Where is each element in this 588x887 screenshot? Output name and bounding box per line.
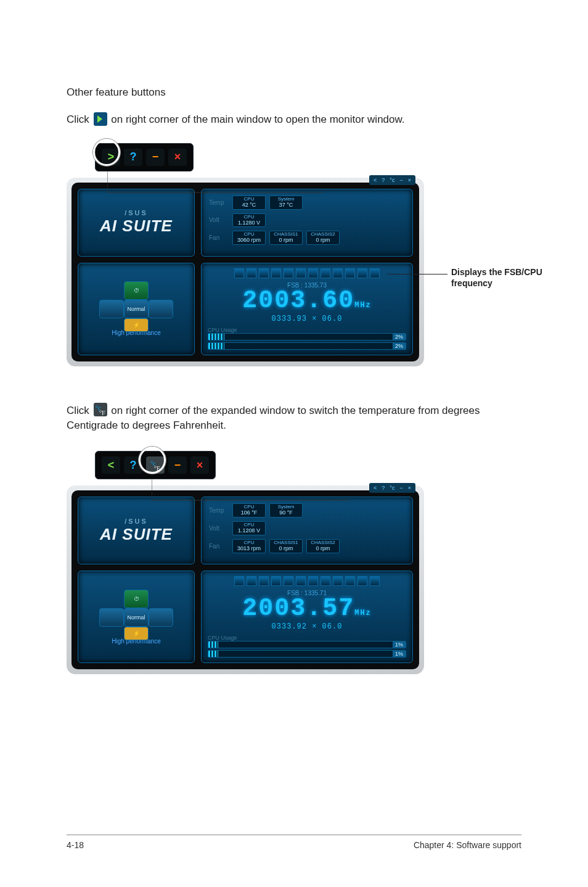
figure-2: < ? − × < ? °c − × /SUS AI SUITE Temp — [67, 451, 521, 674]
frequency-tile: FSB : 1335.71 2003.57MHz 0333.92 × 06.0 … — [201, 571, 413, 663]
led-strip — [208, 268, 406, 278]
mode-right[interactable] — [149, 608, 173, 627]
multiplier-text: 0333.92 × 06.0 — [208, 622, 406, 631]
instruction-1-post: on right corner of the main window to op… — [111, 113, 404, 125]
cpu-frequency: 2003.60MHz — [208, 289, 406, 313]
mode-tile: ⏱ Normal ⚡ High performance — [78, 263, 195, 355]
mode-right[interactable] — [149, 300, 173, 318]
ai-suite-panel-2: < ? °c − × /SUS AI SUITE Temp CPU106 °F … — [67, 485, 424, 674]
mode-center[interactable]: Normal — [124, 300, 149, 318]
panel-unit-icon[interactable]: °c — [388, 176, 396, 184]
minimize-button[interactable]: − — [146, 149, 165, 166]
panel-help-icon[interactable]: ? — [380, 176, 386, 184]
help-button[interactable]: ? — [124, 149, 142, 166]
panel-close-icon[interactable]: × — [406, 484, 413, 492]
minimize-button[interactable]: − — [168, 456, 187, 474]
panel-min-icon[interactable]: − — [398, 176, 404, 184]
instruction-1: Click on right corner of the main window… — [67, 112, 521, 127]
fan-row-label: Fan — [209, 543, 229, 550]
cpu-usage-bar: 2% — [208, 333, 406, 340]
panel-close-icon[interactable]: × — [406, 176, 413, 184]
sensor-chip: CPU3060 rpm — [232, 231, 266, 245]
ai-suite-panel-1: < ? °c − × /SUS AI SUITE Temp CPU42 °C S… — [67, 178, 424, 366]
mode-left[interactable] — [99, 608, 124, 627]
volt-row-label: Volt — [209, 525, 229, 532]
callout-line-right — [387, 274, 447, 274]
sensor-chip: CPU1.1208 V — [232, 521, 266, 535]
product-name: AI SUITE — [100, 525, 173, 544]
sensor-chip: CHASSIS20 rpm — [306, 539, 340, 553]
page-number: 4-18 — [67, 840, 84, 850]
mode-top[interactable]: ⏱ — [124, 281, 149, 300]
volt-row-label: Volt — [209, 217, 229, 223]
product-name: AI SUITE — [100, 217, 173, 236]
sensor-chip: CHASSIS10 rpm — [269, 231, 303, 245]
instruction-2-pre: Click — [67, 405, 92, 416]
sensor-chip: CPU1.1280 V — [232, 213, 266, 228]
floating-toolbar-1: > ? − × — [95, 143, 194, 171]
cpu-usage-label: CPU Usage — [208, 327, 406, 333]
cpu-usage-bar: 2% — [208, 342, 406, 350]
brand-text: /SUS — [125, 209, 148, 217]
led-strip — [208, 576, 406, 586]
close-button[interactable]: × — [190, 456, 209, 474]
callout-circle — [93, 139, 120, 166]
mode-bottom[interactable]: ⚡ — [124, 318, 149, 332]
sensor-chip: CPU3013 rpm — [232, 539, 266, 553]
figure-1: > ? − × < ? °c − × /SUS AI SUITE Temp CP… — [67, 143, 521, 366]
mode-left[interactable] — [99, 300, 124, 318]
panel-min-icon[interactable]: − — [398, 484, 404, 492]
sensor-chip: CHASSIS20 rpm — [306, 231, 340, 245]
callout-connector — [107, 168, 354, 205]
section-heading: Other feature buttons — [67, 86, 521, 99]
cpu-usage-label: CPU Usage — [208, 635, 406, 641]
back-button[interactable]: < — [102, 456, 120, 474]
fan-row-label: Fan — [209, 234, 229, 241]
page-footer: 4-18 Chapter 4: Software support — [67, 835, 521, 850]
instruction-1-pre: Click — [67, 113, 92, 125]
close-button[interactable]: × — [168, 149, 187, 166]
mode-bottom[interactable]: ⚡ — [124, 627, 149, 640]
cpu-usage-bar: 1% — [208, 641, 406, 648]
cpu-frequency: 2003.57MHz — [208, 596, 406, 621]
multiplier-text: 0333.93 × 06.0 — [208, 315, 406, 323]
sensor-chip: CHASSIS10 rpm — [269, 539, 303, 553]
mode-top[interactable]: ⏱ — [124, 590, 149, 608]
callout-connector — [152, 476, 398, 513]
panel-window-controls[interactable]: < ? °c − × — [369, 175, 415, 185]
instruction-2-post: on right corner of the expanded window t… — [67, 405, 480, 431]
brand-text: /SUS — [125, 518, 148, 525]
frequency-tile: FSB : 1335.73 2003.60MHz 0333.93 × 06.0 … — [201, 263, 413, 355]
temperature-toggle-icon — [94, 403, 107, 416]
cpu-usage-bar: 1% — [208, 650, 406, 658]
expand-icon — [94, 112, 107, 126]
mode-tile: ⏱ Normal ⚡ High performance — [78, 571, 195, 663]
instruction-2: Click on right corner of the expanded wi… — [67, 403, 521, 433]
chapter-title: Chapter 4: Software support — [414, 840, 521, 850]
floating-toolbar-2: < ? − × — [95, 451, 216, 479]
callout-text-1: Displays the FSB/CPU frequency — [451, 266, 574, 289]
panel-back-icon[interactable]: < — [372, 176, 378, 184]
mode-center[interactable]: Normal — [124, 608, 149, 627]
